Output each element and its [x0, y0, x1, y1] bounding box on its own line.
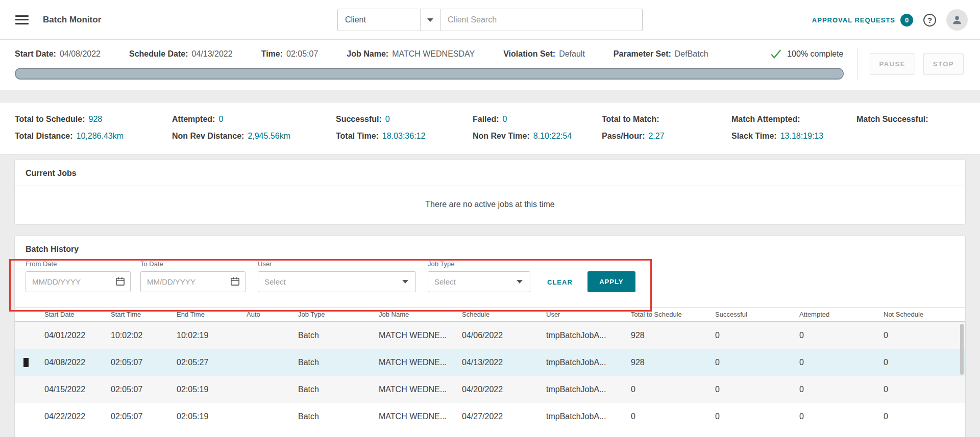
stat-pass-hour: Pass/Hour:2.27 [602, 132, 731, 141]
menu-icon[interactable] [15, 15, 29, 24]
col-successful: Successful [710, 311, 794, 318]
approval-requests-label: APPROVAL REQUESTS [812, 16, 895, 24]
person-icon [951, 14, 963, 25]
col-not-schedule: Not Schedule [878, 311, 965, 318]
stat-match-attempted: Match Attempted: [731, 115, 856, 124]
stats-row-2: Total Distance:10,286.43km Non Rev Dista… [15, 132, 980, 141]
progress-bar-fill [16, 69, 843, 79]
col-job-name: Job Name [374, 311, 457, 318]
stats-row-1: Total to Schedule:928 Attempted:0 Succes… [15, 115, 980, 124]
job-type-filter-label: Job Type [428, 260, 530, 268]
user-filter: User Select [258, 260, 416, 292]
dropdown-separator [420, 9, 421, 31]
client-search-input[interactable] [440, 9, 643, 31]
col-auto: Auto [241, 311, 293, 318]
job-controls: PAUSE STOP [857, 48, 966, 80]
help-glyph: ? [927, 16, 932, 24]
from-date-filter: From Date [26, 260, 131, 292]
stop-button[interactable]: STOP [923, 53, 964, 75]
stat-total-to-match: Total to Match: [602, 115, 731, 124]
stat-total-time: Total Time:18.03:36:12 [336, 132, 473, 141]
stat-attempted: Attempted:0 [172, 115, 336, 124]
job-status-main: Start Date: 04/08/2022 Schedule Date: 04… [15, 48, 844, 80]
stat-slack-time: Slack Time:13.18:19:13 [731, 132, 856, 141]
col-schedule: Schedule [457, 311, 541, 318]
batch-history-title: Batch History [26, 245, 965, 254]
job-type-filter: Job Type Select [428, 260, 530, 292]
page-title: Batch Monitor [43, 15, 101, 25]
to-date-filter: To Date [140, 260, 246, 292]
batch-monitor-page: Batch Monitor Client APPROVAL REQUESTS 0… [0, 0, 980, 437]
status-field-schedule-date: Schedule Date: 04/13/2022 [129, 49, 233, 59]
approval-requests-link[interactable]: APPROVAL REQUESTS 0 [812, 14, 913, 27]
table-scrollbar[interactable] [960, 324, 964, 375]
pause-button[interactable]: PAUSE [870, 53, 915, 75]
apply-filters-button[interactable]: APPLY [587, 271, 635, 292]
stat-non-rev-time: Non Rev Time:8.10:22:54 [473, 132, 602, 141]
stat-total-distance: Total Distance:10,286.43km [15, 132, 172, 141]
col-attempted: Attempted [794, 311, 878, 318]
user-select-dropdown[interactable]: Select [258, 271, 416, 292]
topbar-actions: APPROVAL REQUESTS 0 ? [812, 0, 968, 40]
col-start-time: Start Time [106, 311, 172, 318]
client-search-group: Client [337, 9, 643, 31]
batch-history-panel: Batch History From Date [14, 236, 966, 437]
chevron-down-icon [402, 280, 408, 284]
completion-indicator: 100% complete [770, 48, 843, 60]
client-type-dropdown[interactable]: Client [337, 9, 440, 31]
row-expander-cell [15, 358, 39, 367]
batch-history-table: Start Date Start Time End Time Auto Job … [15, 307, 965, 430]
completion-label: 100% complete [787, 49, 843, 59]
help-icon[interactable]: ? [923, 14, 936, 27]
user-select-value: Select [264, 277, 286, 286]
client-type-value: Client [345, 15, 420, 24]
to-date-label: To Date [140, 260, 246, 268]
from-date-label: From Date [26, 260, 131, 268]
stat-failed: Failed:0 [473, 115, 602, 124]
job-status-fields: Start Date: 04/08/2022 Schedule Date: 04… [15, 48, 844, 60]
col-job-type: Job Type [293, 311, 374, 318]
stat-successful: Successful:0 [336, 115, 473, 124]
controls-divider [857, 48, 857, 80]
user-avatar[interactable] [946, 9, 968, 31]
col-total-to-schedule: Total to Schedule [626, 311, 710, 318]
top-bar: Batch Monitor Client APPROVAL REQUESTS 0… [0, 0, 980, 40]
approval-requests-badge: 0 [900, 14, 913, 27]
chevron-down-icon [427, 18, 433, 22]
progress-bar [15, 68, 844, 80]
stats-band: Total to Schedule:928 Attempted:0 Succes… [0, 102, 980, 155]
status-field-job-name: Job Name: MATCH WEDNESDAY [347, 49, 475, 59]
row-expand-icon[interactable] [23, 358, 29, 367]
job-type-select-dropdown[interactable]: Select [428, 271, 530, 292]
status-field-start-date: Start Date: 04/08/2022 [15, 49, 101, 59]
current-jobs-header: Current Jobs [15, 160, 965, 186]
current-jobs-empty-message: There are no active jobs at this time [15, 186, 965, 224]
clear-filters-button[interactable]: CLEAR [547, 278, 573, 286]
batch-history-filters: From Date To Date [15, 260, 965, 292]
current-jobs-title: Current Jobs [26, 169, 77, 177]
current-jobs-panel: Current Jobs There are no active jobs at… [14, 160, 966, 225]
col-start-date: Start Date [39, 311, 106, 318]
chevron-down-icon [517, 280, 523, 284]
stat-non-rev-distance: Non Rev Distance:2,945.56km [172, 132, 336, 141]
table-header-row: Start Date Start Time End Time Auto Job … [15, 307, 965, 322]
job-status-section: Start Date: 04/08/2022 Schedule Date: 04… [0, 40, 980, 90]
table-row[interactable]: 04/01/2022 10:02:02 10:02:19 Batch MATCH… [15, 322, 965, 349]
table-row[interactable]: 04/22/2022 02:05:07 02:05:19 Batch MATCH… [15, 403, 965, 430]
table-row-selected[interactable]: 04/08/2022 02:05:07 02:05:27 Batch MATCH… [15, 349, 965, 376]
stat-total-to-schedule: Total to Schedule:928 [15, 115, 172, 124]
status-field-violation-set: Violation Set: Default [503, 49, 585, 59]
checkmark-icon [770, 48, 782, 60]
status-field-parameter-set: Parameter Set: DefBatch [614, 49, 708, 59]
col-end-time: End Time [172, 311, 241, 318]
stat-match-successful: Match Successful: [856, 115, 980, 124]
user-filter-label: User [258, 260, 416, 268]
status-field-time: Time: 02:05:07 [261, 49, 318, 59]
calendar-icon[interactable] [115, 276, 125, 288]
calendar-icon[interactable] [230, 276, 240, 288]
table-row[interactable]: 04/15/2022 02:05:07 02:05:19 Batch MATCH… [15, 376, 965, 403]
job-type-select-value: Select [434, 277, 456, 286]
col-user: User [541, 311, 626, 318]
